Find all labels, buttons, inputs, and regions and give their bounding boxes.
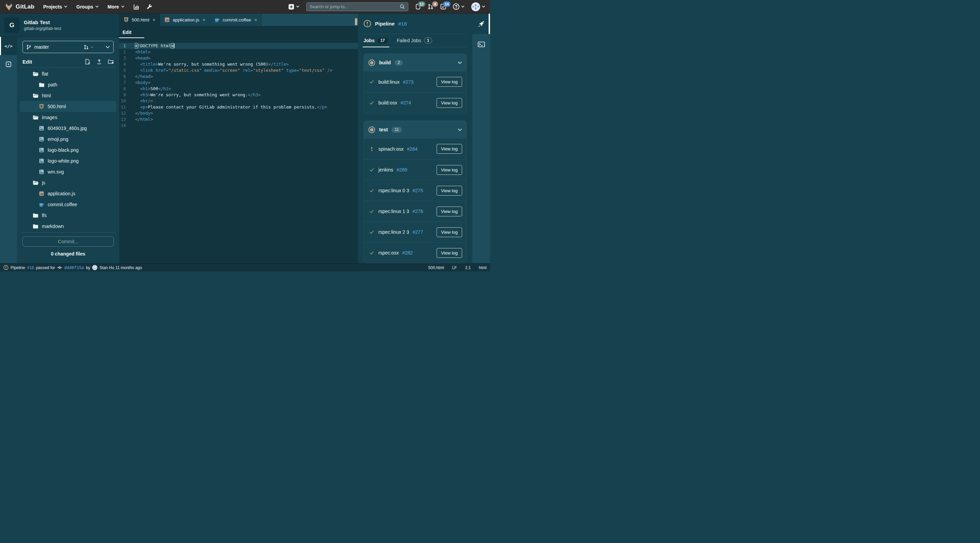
view-log-button[interactable]: View log — [437, 165, 462, 175]
tree-item-flat[interactable]: flat — [20, 68, 116, 79]
new-file-icon[interactable] — [85, 59, 91, 65]
statusbar-line-ending[interactable]: LF — [452, 265, 457, 270]
view-log-button[interactable]: View log — [437, 77, 462, 87]
view-log-button[interactable]: View log — [437, 206, 462, 216]
folder-open-icon — [33, 93, 38, 98]
job-id-link[interactable]: #276 — [412, 208, 423, 214]
close-icon[interactable]: × — [153, 17, 156, 22]
stage-name: build — [379, 60, 391, 65]
gitlab-logo[interactable]: GitLab — [5, 3, 34, 11]
code-line-5[interactable]: 5 <link href="/static.css" media="screen… — [119, 67, 358, 73]
view-log-button[interactable]: View log — [437, 186, 462, 195]
tree-item-html[interactable]: html — [20, 90, 116, 101]
job-id-link[interactable]: #274 — [401, 100, 411, 105]
upload-file-icon[interactable] — [96, 59, 102, 65]
view-log-button[interactable]: View log — [437, 227, 462, 237]
editor-mode-tabs: Edit — [119, 26, 358, 38]
rail-item-terminal[interactable] — [472, 34, 490, 54]
statusbar-by-text: by — [86, 265, 91, 270]
view-log-button[interactable]: View log — [437, 98, 462, 108]
code-line-1[interactable]: 1<!DOCTYPE html> — [119, 43, 358, 49]
pipeline-warning-icon — [3, 265, 8, 270]
analytics-chart-icon[interactable] — [134, 4, 140, 10]
code-line-3[interactable]: 3<head> — [119, 55, 358, 61]
commit-button[interactable]: Commit... — [22, 237, 114, 247]
issues-button[interactable]: 12 — [415, 4, 421, 10]
tree-item-commit.coffee[interactable]: commit.coffee — [20, 199, 116, 210]
job-id-link[interactable]: #284 — [407, 146, 417, 152]
tree-item-500.html[interactable]: 500.html — [20, 101, 116, 112]
statusbar-pipeline-link[interactable]: #18 — [27, 265, 34, 270]
code-line-10[interactable]: 10 <hr/> — [119, 98, 358, 104]
view-log-button[interactable]: View log — [437, 248, 462, 258]
statusbar-commit-sha[interactable]: ddd0f15a — [64, 265, 84, 270]
job-id-link[interactable]: #275 — [412, 188, 423, 193]
menu-more[interactable]: More — [108, 4, 124, 10]
job-id-link[interactable]: #277 — [412, 229, 423, 235]
code-line-7[interactable]: 7<body> — [119, 79, 358, 86]
code-line-6[interactable]: 6</head> — [119, 73, 358, 79]
editor-tab-500.html[interactable]: 500.html× — [119, 14, 160, 26]
code-editor[interactable]: 1<!DOCTYPE html>2<html>3<head>4 <title>W… — [119, 38, 358, 264]
help-menu[interactable]: ? — [453, 3, 465, 10]
rail-item-pipelines[interactable] — [472, 14, 490, 34]
close-icon[interactable]: × — [255, 17, 257, 22]
merge-requests-count-badge: 4 — [432, 2, 438, 7]
new-menu-button[interactable] — [288, 4, 299, 10]
rail-item-edit[interactable]: </> — [0, 37, 17, 55]
menu-groups[interactable]: Groups — [76, 4, 99, 10]
tree-item-path[interactable]: path — [20, 79, 116, 90]
code-line-13[interactable]: 13</html> — [119, 116, 358, 122]
rail-item-review[interactable] — [0, 55, 17, 73]
search-input[interactable] — [310, 4, 397, 9]
branch-selector[interactable]: master - — [22, 41, 114, 53]
tree-item-emoji.png[interactable]: emoji.png — [20, 134, 116, 144]
code-line-12[interactable]: 12</body> — [119, 110, 358, 116]
job-id-link[interactable]: #282 — [402, 250, 413, 256]
job-id-link[interactable]: #273 — [403, 79, 414, 85]
check-icon — [368, 100, 375, 105]
tree-item-js[interactable]: js — [20, 177, 116, 188]
editor-pane: 500.html×JSapplication.js×commit.coffee×… — [119, 14, 358, 264]
code-line-11[interactable]: 11 <p>Please contact your GitLab adminis… — [119, 104, 358, 110]
project-header[interactable]: G Gitlab Test gitlab-org/gitlab-test — [0, 14, 119, 37]
tree-item-lfs[interactable]: lfs — [20, 210, 116, 221]
statusbar-filename[interactable]: 500.html — [428, 265, 444, 270]
stage-header-test[interactable]: test11 — [364, 121, 466, 138]
new-folder-icon[interactable] — [108, 59, 114, 65]
tab-failed-jobs[interactable]: Failed Jobs 1 — [397, 34, 432, 47]
stage-header-build[interactable]: build2 — [364, 54, 466, 71]
pipeline-title: Pipeline — [375, 21, 395, 27]
todos-button[interactable]: 14 — [440, 4, 446, 10]
statusbar-cursor-position[interactable]: 1:1 — [465, 265, 471, 270]
tree-item-logo-black.png[interactable]: logo-black.png — [20, 144, 116, 156]
tab-jobs[interactable]: Jobs 17 — [363, 34, 388, 47]
merge-requests-button[interactable]: 4 — [428, 4, 434, 10]
editor-tab-commit.coffee[interactable]: commit.coffee× — [210, 14, 262, 26]
editor-scrollbar[interactable] — [355, 18, 357, 25]
code-line-9[interactable]: 9 <h3>We're sorry, but something went wr… — [119, 92, 358, 98]
commit-icon — [57, 266, 62, 270]
close-icon[interactable]: × — [202, 17, 205, 22]
tree-item-application.js[interactable]: JSapplication.js — [20, 188, 116, 199]
editor-tab-application.js[interactable]: JSapplication.js× — [160, 14, 210, 26]
search-icon — [400, 4, 405, 9]
job-id-link[interactable]: #289 — [397, 167, 407, 173]
tree-item-images[interactable]: images — [20, 112, 116, 123]
statusbar-language[interactable]: html — [479, 265, 487, 270]
tree-item-markdown[interactable]: markdown — [20, 221, 116, 232]
tree-item-6049019_460s.jpg[interactable]: 6049019_460s.jpg — [20, 123, 116, 134]
tab-edit-mode[interactable]: Edit — [119, 30, 135, 38]
code-line-4[interactable]: 4 <title>We're sorry, but something went… — [119, 61, 358, 67]
code-line-14[interactable]: 14 — [119, 122, 358, 129]
user-menu[interactable] — [471, 2, 485, 11]
pipeline-number-link[interactable]: #18 — [398, 21, 407, 27]
menu-projects[interactable]: Projects — [43, 4, 67, 10]
tree-item-wm.svg[interactable]: wm.svg — [20, 167, 116, 177]
tree-item-logo-white.png[interactable]: logo-white.png — [20, 156, 116, 167]
stage-name: test — [379, 127, 388, 132]
code-line-2[interactable]: 2<html> — [119, 49, 358, 55]
code-line-8[interactable]: 8 <h1>500</h1> — [119, 86, 358, 92]
view-log-button[interactable]: View log — [437, 144, 462, 154]
admin-wrench-icon[interactable] — [146, 4, 153, 10]
